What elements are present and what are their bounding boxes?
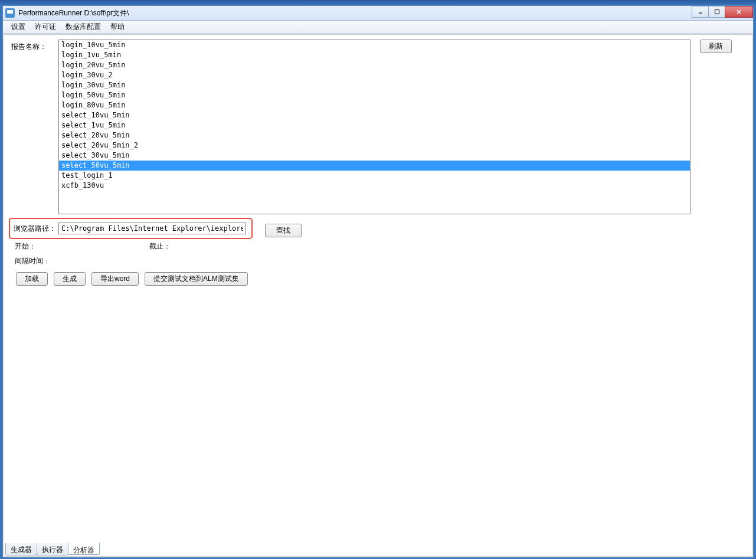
report-item[interactable]: select_10vu_5min: [59, 110, 690, 120]
tab-generator[interactable]: 生成器: [5, 543, 37, 555]
time-row: 开始： 截止：: [4, 239, 752, 251]
browser-path-input[interactable]: [58, 223, 246, 234]
report-name-label: 报告名称：: [11, 40, 58, 52]
report-item[interactable]: login_1vu_5min: [59, 50, 690, 60]
report-item[interactable]: login_20vu_5min: [59, 60, 690, 70]
report-list[interactable]: login_10vu_5minlogin_1vu_5minlogin_20vu_…: [58, 40, 690, 214]
titlebar[interactable]: PerformanceRunner D:\soft\pr文件\: [3, 6, 753, 21]
svg-rect-1: [715, 10, 719, 14]
menu-settings[interactable]: 设置: [6, 20, 30, 34]
report-item[interactable]: login_10vu_5min: [59, 40, 690, 50]
report-item[interactable]: login_30vu_5min: [59, 80, 690, 90]
report-item[interactable]: select_50vu_5min: [59, 161, 690, 171]
generate-button[interactable]: 生成: [54, 272, 86, 286]
app-icon: [5, 8, 15, 18]
report-item[interactable]: xcfb_130vu: [59, 181, 690, 191]
window-title: PerformanceRunner D:\soft\pr文件\: [18, 8, 129, 18]
interval-label: 间隔时间：: [15, 257, 50, 265]
report-item[interactable]: select_20vu_5min: [59, 130, 690, 140]
content-area: 报告名称： login_10vu_5minlogin_1vu_5minlogin…: [4, 34, 752, 557]
start-label: 开始：: [15, 241, 149, 251]
report-item[interactable]: test_login_1: [59, 171, 690, 181]
refresh-button[interactable]: 刷新: [700, 40, 732, 53]
main-window: PerformanceRunner D:\soft\pr文件\ 设置 许可证 数…: [2, 5, 754, 558]
find-button[interactable]: 查找: [265, 224, 302, 237]
browser-path-label: 浏览器路径：: [14, 224, 56, 234]
interval-row: 间隔时间：: [4, 251, 752, 266]
report-item[interactable]: select_20vu_5min_2: [59, 140, 690, 151]
report-name-row: 报告名称： login_10vu_5minlogin_1vu_5minlogin…: [4, 35, 752, 214]
menu-db-config[interactable]: 数据库配置: [61, 20, 106, 34]
report-item[interactable]: select_1vu_5min: [59, 120, 690, 130]
end-label: 截止：: [149, 241, 171, 251]
action-button-row: 加载 生成 导出word 提交测试文档到ALM测试集: [4, 266, 752, 286]
menu-license[interactable]: 许可证: [30, 20, 61, 34]
load-button[interactable]: 加载: [16, 272, 48, 286]
menu-help[interactable]: 帮助: [106, 20, 129, 34]
tab-executor[interactable]: 执行器: [37, 543, 68, 555]
submit-alm-button[interactable]: 提交测试文档到ALM测试集: [145, 272, 248, 286]
tab-analyzer[interactable]: 分析器: [68, 542, 100, 555]
maximize-button[interactable]: [708, 6, 725, 18]
report-item[interactable]: select_30vu_5min: [59, 151, 690, 161]
menubar: 设置 许可证 数据库配置 帮助: [3, 21, 753, 34]
report-item[interactable]: login_50vu_5min: [59, 90, 690, 100]
report-item[interactable]: login_30vu_2: [59, 70, 690, 80]
report-item[interactable]: login_80vu_5min: [59, 100, 690, 110]
export-word-button[interactable]: 导出word: [91, 272, 139, 286]
browser-path-row: 浏览器路径：: [9, 218, 253, 239]
bottom-tabs: 生成器 执行器 分析器: [5, 543, 99, 555]
close-button[interactable]: [725, 6, 753, 18]
window-controls: [692, 6, 753, 18]
minimize-button[interactable]: [692, 6, 709, 18]
taskbar-background: [0, 0, 756, 5]
